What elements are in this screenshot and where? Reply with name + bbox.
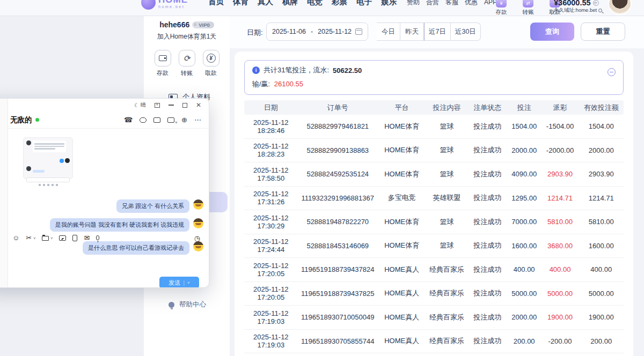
send-button[interactable]: 发送 | ˅ — [159, 277, 199, 288]
cell-platform: HOME真人 — [378, 313, 426, 322]
nav-item[interactable]: 体育 — [233, 0, 248, 7]
cell-platform: HOME体育 — [378, 145, 426, 155]
cell-payout: 2903.90 — [541, 170, 579, 178]
calendar-icon — [355, 28, 362, 35]
emoji-icon[interactable]: ☺ — [12, 234, 19, 242]
cell-valid-amount: 200.00 — [579, 337, 624, 345]
cell-bet-amount: 7000.00 — [507, 218, 541, 226]
message-avatar — [193, 218, 203, 228]
microphone-icon[interactable] — [96, 235, 99, 240]
remote-desktop-icon[interactable] — [167, 117, 174, 123]
voice-call-icon[interactable]: ☎ — [124, 116, 133, 124]
cell-time: 18:28:46 — [244, 127, 298, 135]
message-avatar — [193, 241, 203, 251]
quick-range-button[interactable]: 近30日 — [451, 23, 481, 41]
cell-status: 投注成功 — [467, 169, 507, 179]
sidebar-username: hehe666 — [159, 20, 189, 29]
site-logo[interactable]: HOME home.bet — [141, 0, 188, 10]
add-icon[interactable]: ⊕ — [181, 116, 187, 124]
pin-window-icon[interactable] — [155, 103, 160, 108]
close-icon[interactable]: ✕ — [196, 102, 201, 108]
screen-share-icon[interactable] — [153, 117, 160, 123]
video-call-icon[interactable] — [140, 117, 147, 123]
filter-bar: 日期: 2025-11-06 - 2025-11-12 今日昨天近7日近30日 … — [230, 16, 644, 48]
cell-valid-amount: 2903.90 — [579, 170, 624, 178]
cell-bet-content: 经典百家乐 — [426, 265, 468, 275]
cell-valid-amount: 1504.00 — [579, 122, 624, 130]
table-row: 2025-11-12 17:19:03 1196518930705855744 … — [244, 330, 624, 354]
table-row: 2025-11-12 18:28:46 5288829979461821 HOM… — [244, 115, 624, 139]
user-avatar[interactable] — [608, 0, 632, 15]
cell-status: 投注成功 — [467, 265, 507, 275]
subnav-item[interactable]: 客服 — [445, 0, 458, 7]
table-row: 2025-11-12 17:20:05 1196519188739437825 … — [244, 282, 624, 306]
cell-platform: HOME体育 — [378, 241, 426, 250]
sidebar-quick-actions: 存款 ⟳ 转账 ¥ 取款 — [144, 50, 230, 77]
sidebar-deposit-button[interactable]: 存款 — [155, 50, 171, 77]
cell-order-number: 5288824592535124 — [298, 170, 378, 178]
collapse-icon[interactable] — [608, 68, 616, 76]
screenshot-scissors-icon[interactable]: ✂ — [26, 234, 32, 242]
date-range-input[interactable]: 2025-11-06 - 2025-11-12 — [266, 23, 368, 41]
reset-button[interactable]: 重置 — [581, 23, 625, 41]
cell-bet-amount: 1600.00 — [507, 242, 541, 250]
shake-icon[interactable] — [72, 235, 77, 241]
top-navigation-bar: HOME home.bet 首页体育真人棋牌电竞彩票电子娱乐 赞助合营客服优惠A… — [0, 0, 644, 16]
refresh-balance-icon[interactable]: ⟳ — [593, 0, 599, 6]
cell-date: 2025-11-12 — [244, 262, 298, 270]
more-options-icon[interactable]: ⋯ — [194, 116, 201, 124]
cell-platform: HOME体育 — [378, 217, 426, 227]
cell-bet-content: 经典百家乐 — [426, 288, 468, 298]
nav-item[interactable]: 棋牌 — [282, 0, 298, 7]
cell-status: 投注成功 — [467, 241, 507, 250]
subnav-item[interactable]: 合营 — [426, 0, 439, 7]
quick-range-button[interactable]: 昨天 — [400, 23, 424, 41]
search-button[interactable]: 查询 — [530, 23, 574, 41]
logo-title: HOME — [158, 0, 188, 5]
cell-status: 投注成功 — [467, 217, 507, 227]
nav-item[interactable]: 彩票 — [332, 0, 347, 7]
table-row: 2025-11-12 17:24:44 5288818453146069 HOM… — [244, 234, 624, 258]
cell-date: 2025-11-12 — [244, 309, 298, 317]
nav-item[interactable]: 电竞 — [307, 0, 323, 7]
maximize-icon[interactable] — [182, 103, 187, 108]
message-envelope-icon[interactable]: ✉ — [84, 234, 90, 242]
cell-bet-amount: 5000.00 — [507, 290, 541, 298]
weather-widget[interactable]: ☾ 晴 — [134, 101, 146, 109]
sidebar-withdraw-button[interactable]: ¥ 取款 — [203, 50, 219, 77]
nav-item[interactable]: 电子 — [356, 0, 372, 7]
subnav-item[interactable]: 赞助 — [407, 0, 420, 7]
cell-bet-content: 经典百家乐 — [426, 336, 468, 346]
cell-date: 2025-11-12 — [244, 214, 298, 222]
cell-payout: -2000.00 — [541, 146, 579, 154]
cell-platform: HOME真人 — [378, 336, 426, 346]
cell-time: 17:19:03 — [244, 341, 298, 349]
minimize-icon[interactable] — [169, 105, 174, 106]
nav-item[interactable]: 首页 — [208, 0, 224, 7]
wallet-action-button[interactable]: ⇄ 转账 — [518, 0, 538, 16]
table-row: 2025-11-12 17:19:03 1196518930710050049 … — [244, 306, 624, 330]
cell-order-number: 5288819487822270 — [298, 218, 378, 226]
nav-item[interactable]: 娱乐 — [381, 0, 397, 7]
page: HOME home.bet 首页体育真人棋牌电竞彩票电子娱乐 赞助合营客服优惠A… — [0, 0, 644, 356]
transfer-icon: ⟳ — [179, 50, 195, 66]
image-icon[interactable] — [59, 235, 66, 241]
cell-bet-content: 英雄联盟 — [426, 193, 468, 203]
subnav-item[interactable]: 优惠 — [465, 0, 478, 7]
chat-conversation-list[interactable] — [0, 99, 8, 287]
file-icon[interactable] — [42, 236, 49, 241]
cell-valid-amount: 1214.71 — [579, 194, 624, 202]
wallet-action-button[interactable]: ¥ 存款 — [491, 0, 511, 16]
search-icon[interactable] — [598, 9, 602, 12]
quick-range-button[interactable]: 今日 — [377, 23, 400, 41]
cell-order-number: 1196519188739437825 — [298, 290, 378, 298]
embedded-screenshot-message[interactable] — [23, 137, 73, 179]
cell-valid-amount: 400.00 — [579, 265, 624, 273]
quick-range-button[interactable]: 近7日 — [424, 23, 451, 41]
table-row: 2025-11-12 17:58:50 5288824592535124 HOM… — [244, 162, 624, 187]
sidebar-transfer-button[interactable]: ⟳ 转账 — [179, 50, 195, 77]
send-options-caret[interactable]: ˅ — [187, 280, 190, 285]
cell-order-number: 1119323291996881367 — [298, 194, 378, 202]
nav-item[interactable]: 真人 — [258, 0, 273, 7]
sidebar-item-help-center[interactable]: 帮助中心 — [169, 300, 206, 309]
